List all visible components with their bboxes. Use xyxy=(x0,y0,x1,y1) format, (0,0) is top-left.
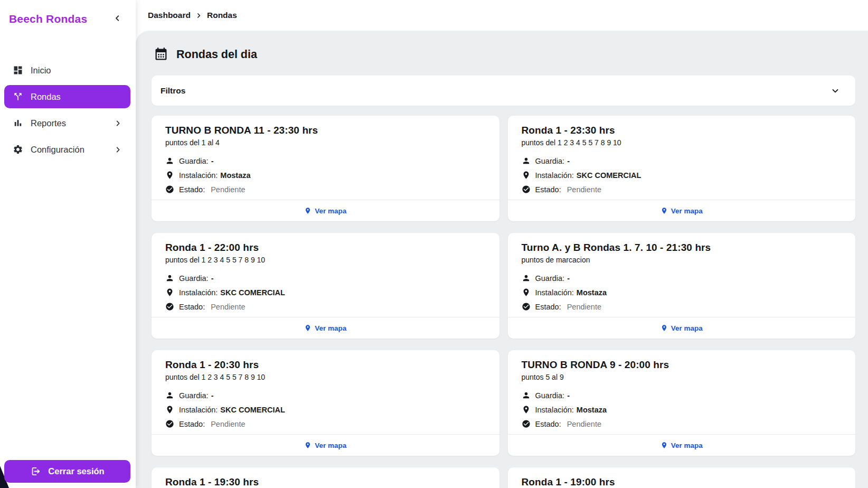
sidebar-item-label: Configuración xyxy=(31,145,84,155)
breadcrumb-dashboard[interactable]: Dashboard xyxy=(148,11,191,20)
location-pin-icon xyxy=(165,171,179,180)
ver-mapa-label: Ver mapa xyxy=(315,207,346,215)
instalacion-row: Instalación: Mostaza xyxy=(522,402,842,417)
ronda-title: Ronda 1 - 20:30 hrs xyxy=(165,359,486,371)
estado-row: Estado: Pendiente xyxy=(165,182,486,196)
sidebar-item-reportes[interactable]: Reportes xyxy=(0,110,136,136)
sidebar-item-inicio[interactable]: Inicio xyxy=(0,57,136,83)
ver-mapa-label: Ver mapa xyxy=(671,207,703,215)
route-split-icon xyxy=(13,91,23,102)
check-circle-icon xyxy=(522,185,535,194)
guardia-label: Guardia: xyxy=(179,157,209,165)
ronda-subtitle: puntos del 1 2 3 4 5 5 7 8 9 10 xyxy=(165,373,486,381)
location-pin-icon xyxy=(522,288,535,297)
person-icon xyxy=(165,156,179,165)
guardia-row: Guardia: - xyxy=(165,271,486,285)
location-pin-icon xyxy=(661,442,668,449)
ronda-info: Guardia: - Instalación: SKC COMERCIAL Es… xyxy=(165,388,486,431)
guardia-value: - xyxy=(567,274,570,283)
sidebar-item-label: Reportes xyxy=(31,118,66,128)
instalacion-row: Instalación: SKC COMERCIAL xyxy=(165,285,486,299)
ver-mapa-label: Ver mapa xyxy=(671,324,703,332)
ronda-card: Ronda 1 - 19:30 hrs xyxy=(152,467,499,488)
person-icon xyxy=(522,156,535,165)
estado-value: Pendiente xyxy=(211,185,245,194)
estado-value: Pendiente xyxy=(567,420,601,428)
sidebar-item-rondas[interactable]: Rondas xyxy=(4,85,130,108)
location-pin-icon xyxy=(661,207,668,214)
instalacion-row: Instalación: SKC COMERCIAL xyxy=(165,402,486,417)
ver-mapa-button[interactable]: Ver mapa xyxy=(152,317,499,339)
calendar-icon xyxy=(154,47,168,62)
guardia-label: Guardia: xyxy=(179,274,209,283)
guardia-row: Guardia: - xyxy=(522,271,842,285)
logout-icon xyxy=(30,466,41,477)
ver-mapa-label: Ver mapa xyxy=(315,324,346,332)
instalacion-row: Instalación: Mostaza xyxy=(522,285,842,299)
location-pin-icon xyxy=(165,405,179,414)
guardia-row: Guardia: - xyxy=(165,154,486,168)
estado-label: Estado: xyxy=(179,303,205,311)
ronda-title: TURNO B RONDA 11 - 23:30 hrs xyxy=(165,125,486,136)
estado-row: Estado: Pendiente xyxy=(165,417,486,431)
estado-label: Estado: xyxy=(535,185,561,194)
ronda-info: Guardia: - Instalación: Mostaza Estado: … xyxy=(522,388,842,431)
instalacion-value: Mostaza xyxy=(577,288,607,297)
location-pin-icon xyxy=(304,442,312,449)
sidebar-item-configuracion[interactable]: Configuración xyxy=(0,136,136,163)
ver-mapa-button[interactable]: Ver mapa xyxy=(508,200,856,221)
estado-row: Estado: Pendiente xyxy=(522,417,842,431)
instalacion-value: Mostaza xyxy=(577,406,607,414)
estado-value: Pendiente xyxy=(567,303,601,311)
ronda-card: Ronda 1 - 19:00 hrs xyxy=(508,467,856,488)
person-icon xyxy=(165,391,179,400)
page-title: Rondas del dia xyxy=(176,48,257,61)
gear-icon xyxy=(13,144,23,155)
chevron-left-icon xyxy=(113,14,122,24)
person-icon xyxy=(165,274,179,283)
logout-button[interactable]: Cerrar sesión xyxy=(4,460,130,483)
ver-mapa-label: Ver mapa xyxy=(315,442,346,449)
instalacion-value: Mostaza xyxy=(220,171,250,180)
guardia-row: Guardia: - xyxy=(165,388,486,402)
check-circle-icon xyxy=(165,185,179,194)
ver-mapa-button[interactable]: Ver mapa xyxy=(508,317,856,339)
ronda-title: Ronda 1 - 19:00 hrs xyxy=(522,476,842,488)
ronda-subtitle: puntos del 1 2 3 4 5 5 7 8 9 10 xyxy=(165,256,486,264)
instalacion-label: Instalación: xyxy=(535,406,574,414)
topbar: Dashboard Rondas xyxy=(136,0,868,31)
estado-label: Estado: xyxy=(535,303,561,311)
check-circle-icon xyxy=(165,302,179,311)
guardia-value: - xyxy=(567,157,570,165)
bar-chart-icon xyxy=(13,118,23,128)
ronda-card: Ronda 1 - 20:30 hrs puntos del 1 2 3 4 5… xyxy=(152,350,499,456)
instalacion-label: Instalación: xyxy=(179,171,218,180)
ver-mapa-button[interactable]: Ver mapa xyxy=(152,434,499,456)
filters-panel[interactable]: Filtros xyxy=(152,76,855,106)
guardia-label: Guardia: xyxy=(535,274,565,283)
chevron-down-icon xyxy=(831,86,840,96)
ronda-title: TURNO B RONDA 9 - 20:00 hrs xyxy=(522,359,842,371)
ver-mapa-button[interactable]: Ver mapa xyxy=(152,200,499,221)
instalacion-value: SKC COMERCIAL xyxy=(577,171,641,180)
location-pin-icon xyxy=(522,171,535,180)
ver-mapa-button[interactable]: Ver mapa xyxy=(508,434,856,456)
cards-grid: TURNO B RONDA 11 - 23:30 hrs puntos del … xyxy=(152,116,855,488)
main-content: Rondas del dia Filtros TURNO B RONDA 11 … xyxy=(136,31,868,488)
ronda-subtitle: puntos del 1 2 3 4 5 5 7 8 9 10 xyxy=(522,138,842,147)
ronda-subtitle: puntos del 1 al 4 xyxy=(165,138,486,147)
guardia-value: - xyxy=(211,274,214,283)
location-pin-icon xyxy=(661,324,668,332)
ronda-subtitle: puntos 5 al 9 xyxy=(522,373,842,381)
estado-row: Estado: Pendiente xyxy=(522,299,842,314)
breadcrumb: Dashboard Rondas xyxy=(148,11,237,20)
estado-value: Pendiente xyxy=(211,420,245,428)
ronda-title: Turno A. y B Rondas 1. 7. 10 - 21:30 hrs xyxy=(522,242,842,254)
ronda-info: Guardia: - Instalación: SKC COMERCIAL Es… xyxy=(165,271,486,314)
estado-label: Estado: xyxy=(179,420,205,428)
ronda-card: Ronda 1 - 22:00 hrs puntos del 1 2 3 4 5… xyxy=(152,233,499,339)
instalacion-label: Instalación: xyxy=(535,171,574,180)
instalacion-label: Instalación: xyxy=(535,288,574,297)
check-circle-icon xyxy=(522,419,535,428)
sidebar-collapse-button[interactable] xyxy=(112,13,123,25)
